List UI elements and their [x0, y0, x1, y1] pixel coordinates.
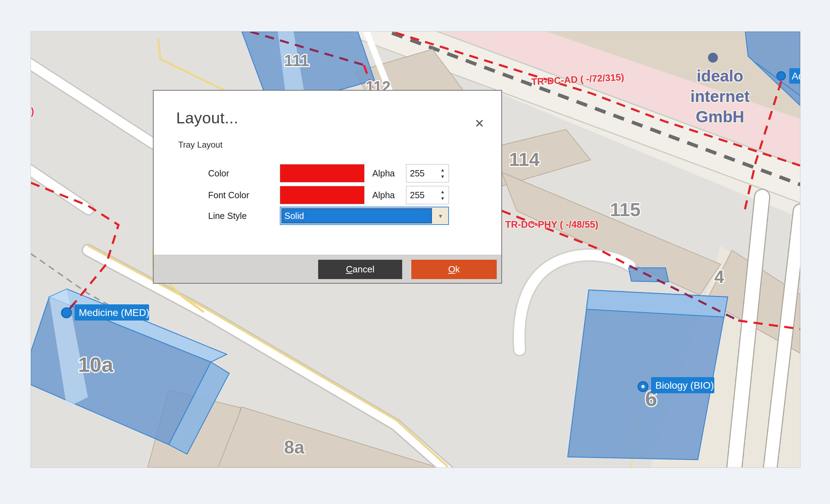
close-icon[interactable]: ✕ — [475, 117, 485, 129]
line-style-dropdown[interactable]: Solid ▼ — [280, 207, 449, 225]
tray-line-left — [31, 183, 118, 303]
building-label-10a: 10a — [78, 353, 114, 376]
building-label-4: 4 — [714, 267, 724, 287]
color-alpha-value[interactable]: 255 — [406, 164, 437, 182]
spinner-up-icon[interactable]: ▲ — [440, 189, 445, 194]
color-alpha-spinner[interactable]: 255 ▲ ▼ — [406, 164, 449, 182]
partial-chip-label: Ad — [792, 71, 800, 82]
ok-accel: O — [448, 264, 455, 274]
font-color-label: Font Color — [208, 186, 278, 204]
poi-medicine[interactable]: Medicine (MED) — [62, 304, 149, 321]
cancel-button[interactable]: Cancel — [318, 260, 402, 279]
cancel-rest: ancel — [353, 264, 374, 274]
medicine-chip-label: Medicine (MED) — [79, 307, 149, 318]
partial-marker-icon[interactable] — [777, 72, 785, 80]
chevron-down-icon[interactable]: ▼ — [433, 207, 448, 224]
dialog-footer: Cancel Ok — [154, 255, 501, 283]
tray-label-phy: TR-DC-PHY ( -/48/55) — [505, 219, 598, 230]
tray-label-fragment: ) — [31, 106, 34, 117]
spinner-up-icon[interactable]: ▲ — [440, 168, 445, 172]
medicine-marker-icon[interactable] — [62, 308, 71, 318]
color-label: Color — [208, 164, 278, 182]
dialog-title: Layout... — [176, 109, 238, 127]
building-label-111: 111 — [284, 51, 309, 70]
font-color-alpha-value[interactable]: 255 — [406, 186, 437, 204]
ok-button[interactable]: Ok — [411, 260, 497, 279]
font-color-alpha-spinner[interactable]: 255 ▲ ▼ — [406, 186, 449, 204]
company-line2: internet — [690, 87, 750, 105]
font-color-alpha-label: Alpha — [372, 186, 404, 204]
biology-chip-label: Biology (BIO) — [655, 380, 714, 391]
line-style-selected-value[interactable]: Solid — [281, 208, 432, 224]
road-upper-left — [31, 60, 153, 143]
layout-dialog: Layout... Tray Layout ✕ Color Alpha 255 … — [153, 90, 502, 284]
building-label-114: 114 — [509, 149, 540, 170]
building-label-115: 115 — [610, 199, 641, 220]
spinner-down-icon[interactable]: ▼ — [440, 196, 445, 201]
spinner-down-icon[interactable]: ▼ — [440, 174, 445, 179]
company-dot-icon — [708, 53, 718, 63]
company-line3: GmbH — [696, 108, 744, 126]
font-color-swatch[interactable] — [280, 186, 365, 204]
dialog-subtitle: Tray Layout — [178, 140, 223, 150]
line-style-label: Line Style — [208, 207, 278, 225]
biology-marker-center — [641, 385, 645, 388]
company-line1: idealo — [697, 67, 744, 85]
color-alpha-label: Alpha — [372, 164, 404, 182]
color-swatch[interactable] — [280, 164, 365, 182]
ok-rest: k — [455, 264, 460, 274]
cancel-accel: C — [346, 264, 353, 274]
building-label-8a: 8a — [284, 437, 305, 457]
